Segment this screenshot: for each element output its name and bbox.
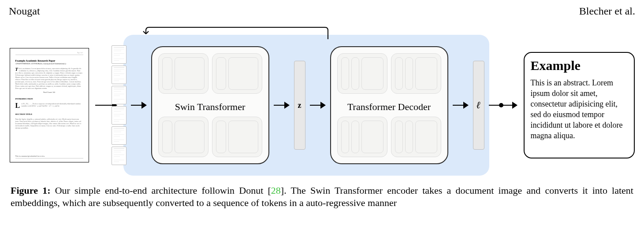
arrow-model-to-output [495,101,517,110]
image-patch [112,147,127,165]
doc-top-right: Page 1 of 1 [77,52,83,54]
running-head: Nougat Blecher et al. [9,5,635,17]
image-patch [112,45,127,64]
output-body: This is an abstract. Lorem ipsum dolor s… [531,77,628,141]
latent-l-vector: ℓ [473,61,484,150]
encoder-block [212,53,262,94]
latent-z-vector: z [294,61,305,150]
decoder-module: Transformer Decoder [330,46,448,164]
citation-ref[interactable]: 28 [271,185,281,196]
encoder-block [212,117,262,157]
output-text-box: Example This is an abstract. Lorem ipsum… [524,52,635,158]
caption-label: Figure 1: [11,185,50,196]
doc-title: Example Academic Research Paper [15,59,83,62]
running-head-left: Nougat [9,5,40,17]
decoder-self-loop-arrow [141,26,331,40]
arrow-z-to-decoder [310,101,326,110]
doc-intro-text: et X1, X2, . . . , Xn be a sequence of i… [21,103,81,107]
decoder-block [391,53,441,94]
decoder-block [337,117,387,157]
image-patches-column [112,45,127,165]
arrow-decoder-to-l [453,101,469,110]
image-patch [112,86,127,104]
image-patch [112,66,127,84]
encoder-block [158,117,208,157]
decoder-label: Transformer Decoder [331,100,447,114]
image-patch [112,106,127,125]
arrow-encoder-to-z [274,101,290,110]
output-title: Example [531,58,628,73]
doc-heading-section: SECTION TITLE [15,113,83,115]
doc-wordcount: Word Count: 500 [15,91,83,93]
doc-authors: ANONYMISED AUTHOR(S) Anonymised Institut… [15,63,83,65]
doc-intro: Let X1, X2, . . . , Xn be a sequence of … [15,103,83,109]
doc-heading-intro: INTRODUCTION [15,98,83,100]
doc-abstract-text: his is an abstract. Lorem ipsum dolor si… [15,67,83,89]
encoder-label: Swin Transformer [152,100,268,114]
image-patch [112,126,127,145]
caption-text-a: Our simple end-to-end architecture follo… [50,185,271,196]
decoder-block [337,53,387,94]
doc-abstract: This is an abstract. Lorem ipsum dolor s… [15,67,83,89]
encoder-block [158,53,208,94]
figure-architecture: Page 1 of 1 Example Academic Research Pa… [16,35,628,176]
decoder-block [391,117,441,157]
running-head-right: Blecher et al. [579,5,635,17]
model-panel: Swin Transformer z Transformer Decoder [123,35,489,176]
figure-caption: Figure 1: Our simple end-to-end architec… [11,184,633,209]
doc-section-text: Nam dui ligula, fringilla a, euismod sod… [15,118,83,129]
arrow-patches-to-encoder [131,101,147,110]
encoder-module: Swin Transformer [151,46,269,164]
input-document-page: Page 1 of 1 Example Academic Research Pa… [10,48,89,162]
doc-footer: This is a manuscript submitted for revie… [15,155,83,159]
